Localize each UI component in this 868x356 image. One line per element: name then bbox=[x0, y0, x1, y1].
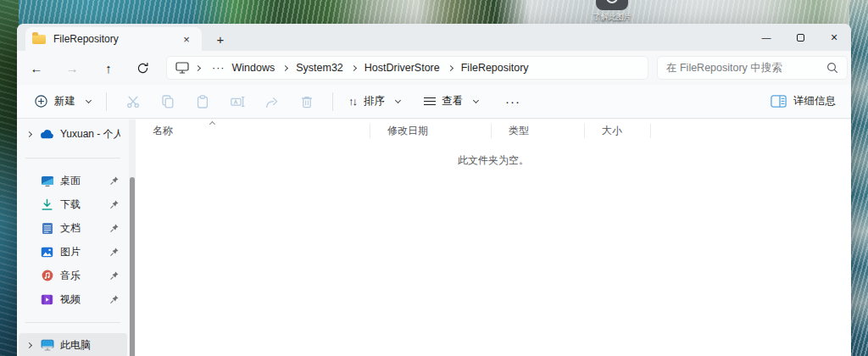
navigation-pane: Yuxuan - 个人 桌面 bbox=[17, 120, 129, 356]
tab-title: FileRepository bbox=[53, 33, 178, 45]
toolbar-divider bbox=[332, 92, 333, 111]
sidebar-item-music[interactable]: 音乐 bbox=[19, 264, 127, 287]
rename-button[interactable] bbox=[220, 89, 254, 114]
folder-icon bbox=[32, 35, 46, 44]
pin-icon bbox=[109, 294, 120, 304]
sidebar-divider bbox=[25, 322, 120, 323]
forward-button[interactable]: → bbox=[60, 56, 84, 80]
details-pane-button[interactable]: 详细信息 bbox=[765, 89, 841, 114]
tab-close-button[interactable]: × bbox=[178, 31, 195, 47]
file-list-area: 名称 修改日期 类型 大小 此文件夹为空。 bbox=[136, 120, 851, 356]
sidebar-item-label: 视频 bbox=[60, 292, 109, 307]
explorer-body: Yuxuan - 个人 桌面 bbox=[17, 120, 851, 356]
breadcrumb[interactable]: ··· Windows System32 HostDriverStore Fil… bbox=[166, 56, 648, 80]
paste-button[interactable] bbox=[185, 89, 220, 114]
pictures-icon bbox=[41, 247, 53, 258]
back-button[interactable]: ← bbox=[25, 56, 48, 80]
maximize-icon bbox=[797, 34, 804, 42]
onedrive-icon bbox=[40, 129, 54, 139]
column-header-date-modified[interactable]: 修改日期 bbox=[370, 124, 492, 138]
sidebar-item-documents[interactable]: 文档 bbox=[19, 216, 127, 240]
pin-icon bbox=[109, 270, 120, 281]
sidebar-divider bbox=[25, 158, 120, 159]
chevron-right-icon bbox=[195, 64, 201, 70]
chevron-right-icon bbox=[448, 64, 453, 70]
details-pane-icon bbox=[771, 95, 787, 108]
desktop-shortcut[interactable]: 了解此图片 bbox=[581, 0, 643, 23]
videos-icon bbox=[41, 294, 53, 305]
music-icon bbox=[42, 270, 53, 281]
sort-button[interactable]: ↑↓ 排序 bbox=[342, 89, 407, 114]
pin-icon bbox=[109, 175, 120, 186]
chevron-right-icon bbox=[282, 64, 288, 70]
search-box[interactable] bbox=[657, 56, 848, 80]
sidebar-item-desktop[interactable]: 桌面 bbox=[19, 169, 127, 192]
tab-filerepository[interactable]: FileRepository × bbox=[25, 27, 202, 51]
file-explorer-window: FileRepository × + — × ← → ↑ ··· Wi bbox=[17, 24, 851, 356]
column-header-name[interactable]: 名称 bbox=[136, 124, 370, 138]
breadcrumb-item-windows[interactable]: Windows bbox=[231, 62, 277, 74]
delete-button[interactable] bbox=[289, 89, 324, 114]
cut-icon bbox=[125, 94, 141, 109]
documents-icon bbox=[42, 222, 53, 235]
breadcrumb-item-hostdriverstore[interactable]: HostDriverStore bbox=[363, 62, 442, 74]
minimize-button[interactable]: — bbox=[749, 24, 783, 51]
desktop-icon bbox=[41, 175, 54, 186]
sidebar-item-downloads[interactable]: 下载 bbox=[19, 192, 127, 216]
search-icon bbox=[826, 62, 838, 74]
sidebar-item-pictures[interactable]: 图片 bbox=[19, 240, 127, 264]
new-button[interactable]: 新建 bbox=[27, 89, 97, 114]
maximize-button[interactable] bbox=[783, 24, 817, 51]
copy-button[interactable] bbox=[150, 89, 185, 114]
chevron-down-icon bbox=[395, 97, 401, 103]
cut-button[interactable] bbox=[115, 89, 150, 114]
sidebar-item-onedrive[interactable]: Yuxuan - 个人 bbox=[19, 122, 127, 146]
chevron-right-icon bbox=[26, 131, 32, 136]
view-button[interactable]: 查看 bbox=[417, 89, 485, 114]
address-bar-row: ← → ↑ ··· Windows System32 HostDriverSto… bbox=[17, 51, 851, 85]
toolbar-divider bbox=[106, 92, 107, 111]
scrollbar-thumb[interactable] bbox=[130, 177, 135, 356]
close-button[interactable]: × bbox=[817, 24, 851, 51]
plus-circle-icon bbox=[34, 94, 48, 108]
sidebar-item-label: 图片 bbox=[60, 245, 109, 259]
share-button[interactable] bbox=[254, 89, 289, 114]
column-headers: 名称 修改日期 类型 大小 bbox=[136, 120, 851, 142]
sidebar-item-label: 下载 bbox=[60, 197, 109, 212]
desktop-shortcut-label: 了解此图片 bbox=[581, 12, 643, 23]
share-icon bbox=[264, 94, 280, 109]
sort-button-label: 排序 bbox=[364, 94, 385, 108]
sidebar-scrollbar[interactable] bbox=[129, 120, 136, 356]
sidebar-item-label: 此电脑 bbox=[60, 338, 120, 353]
tab-bar: FileRepository × + — × bbox=[17, 24, 851, 51]
sidebar-item-label: Yuxuan - 个人 bbox=[60, 127, 120, 142]
new-tab-button[interactable]: + bbox=[210, 29, 231, 49]
sidebar-item-this-pc[interactable]: 此电脑 bbox=[19, 333, 127, 356]
chevron-right-icon bbox=[26, 342, 32, 348]
desktop-wallpaper-left bbox=[0, 0, 19, 356]
sidebar-item-label: 桌面 bbox=[60, 174, 109, 188]
view-button-label: 查看 bbox=[442, 94, 463, 108]
refresh-icon bbox=[136, 62, 149, 75]
sidebar-item-videos[interactable]: 视频 bbox=[19, 287, 127, 311]
up-button[interactable]: ↑ bbox=[97, 56, 120, 80]
breadcrumb-item-system32[interactable]: System32 bbox=[294, 62, 345, 74]
view-icon bbox=[424, 97, 436, 106]
refresh-button[interactable] bbox=[131, 56, 154, 80]
downloads-icon bbox=[41, 198, 53, 211]
column-header-type[interactable]: 类型 bbox=[492, 124, 585, 138]
see-more-button[interactable]: ··· bbox=[498, 94, 527, 108]
empty-folder-message: 此文件夹为空。 bbox=[136, 153, 851, 168]
breadcrumb-item-filerepository[interactable]: FileRepository bbox=[459, 62, 531, 74]
trash-icon bbox=[299, 94, 314, 109]
new-button-label: 新建 bbox=[54, 94, 75, 108]
search-input[interactable] bbox=[666, 62, 826, 74]
pin-icon bbox=[109, 247, 120, 257]
breadcrumb-overflow[interactable]: ··· bbox=[212, 62, 225, 74]
sidebar-item-label: 文档 bbox=[60, 221, 109, 236]
window-controls: — × bbox=[749, 24, 851, 51]
paste-icon bbox=[195, 94, 210, 109]
column-header-size[interactable]: 大小 bbox=[585, 124, 651, 138]
learn-about-picture-icon bbox=[596, 0, 628, 10]
chevron-right-icon bbox=[351, 64, 357, 70]
